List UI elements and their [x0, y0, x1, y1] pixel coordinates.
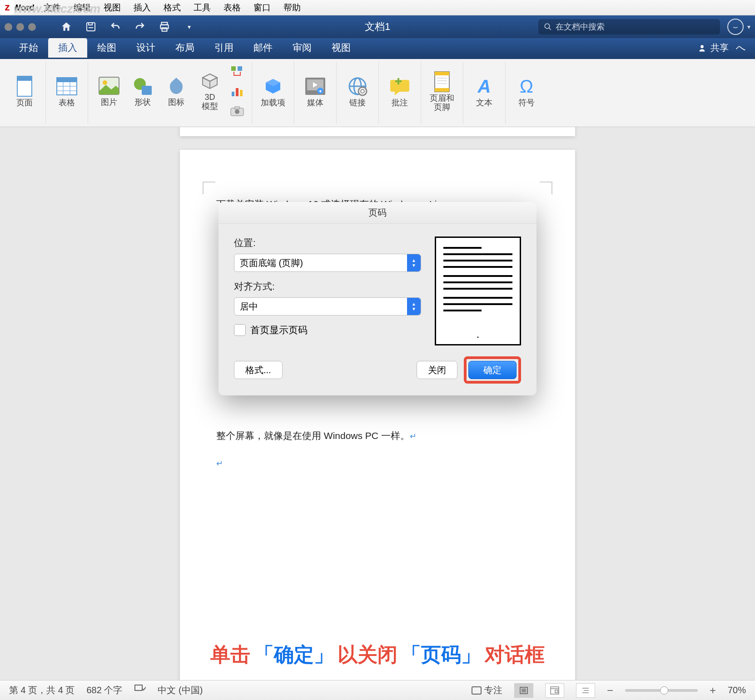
checkbox-icon [234, 324, 246, 336]
more-icon[interactable]: ▾ [182, 20, 196, 34]
svg-rect-21 [236, 88, 238, 96]
tab-review[interactable]: 审阅 [283, 38, 322, 58]
menu-edit[interactable]: 编辑 [74, 2, 91, 14]
mac-menubar: Word 文件 编辑 视图 插入 格式 工具 表格 窗口 帮助 [0, 0, 755, 15]
crop-mark-icon [540, 182, 552, 194]
chevron-down-icon[interactable]: ▾ [747, 23, 750, 30]
page-number-dialog: 页码 位置: 页面底端 (页脚) ▲▼ 对齐方式: 居中 ▲▼ 首页显示页码 ▪ [219, 202, 536, 395]
zoom-in-button[interactable]: + [710, 684, 716, 697]
spellcheck-icon[interactable] [134, 684, 146, 696]
align-select[interactable]: 居中 ▲▼ [234, 297, 421, 315]
position-select[interactable]: 页面底端 (页脚) ▲▼ [234, 254, 421, 272]
ribbon-tabs: 开始 插入 绘图 设计 布局 引用 邮件 审阅 视图 共享 へ [0, 38, 755, 59]
svg-rect-44 [135, 685, 142, 690]
zoom-slider[interactable] [625, 689, 698, 692]
svg-rect-52 [555, 690, 558, 693]
ribbon-table[interactable]: 表格 [52, 75, 81, 108]
svg-text:Ω: Ω [520, 76, 533, 96]
ribbon-icons[interactable]: 图标 [162, 75, 191, 108]
svg-rect-9 [57, 78, 77, 82]
search-input[interactable]: 在文档中搜索 [538, 19, 720, 35]
undo-icon[interactable] [109, 20, 122, 34]
menu-tools[interactable]: 工具 [194, 2, 211, 14]
svg-rect-17 [142, 86, 152, 95]
ribbon-header-footer[interactable]: 页眉和 页脚 [427, 75, 457, 108]
print-icon[interactable] [158, 20, 171, 34]
page-indicator[interactable]: 第 4 页，共 4 页 [9, 684, 75, 696]
close-button[interactable]: 关闭 [417, 361, 457, 379]
svg-point-32 [358, 87, 367, 95]
tab-home[interactable]: 开始 [9, 38, 48, 58]
tab-layout[interactable]: 布局 [165, 38, 204, 58]
search-placeholder: 在文档中搜索 [556, 21, 605, 32]
ribbon-media[interactable]: 媒体 [301, 75, 330, 108]
menu-table[interactable]: 表格 [224, 2, 241, 14]
ribbon-page[interactable]: 页面 [10, 75, 39, 108]
svg-rect-20 [232, 92, 234, 96]
ribbon-screenshot-icon[interactable] [229, 103, 245, 119]
svg-text:A: A [477, 76, 491, 96]
ribbon-shapes[interactable]: 形状 [128, 75, 157, 108]
menu-help[interactable]: 帮助 [283, 2, 301, 14]
highlight-box: 确定 [464, 356, 521, 384]
svg-point-15 [103, 80, 107, 85]
menu-window[interactable]: 窗口 [253, 2, 271, 14]
ribbon-symbol[interactable]: Ω符号 [512, 75, 541, 108]
select-arrow-icon: ▲▼ [407, 298, 421, 315]
share-button[interactable]: 共享 [699, 42, 729, 58]
language-indicator[interactable]: 中文 (中国) [158, 684, 203, 696]
collapse-ribbon-icon[interactable]: へ [736, 41, 746, 58]
ribbon-chart-icon[interactable] [229, 83, 245, 99]
ribbon-comment[interactable]: 批注 [385, 75, 414, 108]
view-web-button[interactable] [545, 683, 564, 698]
first-page-checkbox[interactable]: 首页显示页码 [234, 324, 421, 336]
ribbon-smartart-icon[interactable] [229, 63, 245, 79]
ribbon-text[interactable]: A文本 [470, 75, 499, 108]
focus-mode-button[interactable]: 专注 [472, 684, 502, 696]
zoom-level[interactable]: 70% [728, 685, 746, 695]
ribbon-link[interactable]: 链接 [343, 75, 372, 108]
svg-rect-35 [395, 80, 402, 82]
tab-mail[interactable]: 邮件 [243, 38, 283, 58]
tab-design[interactable]: 设计 [126, 38, 165, 58]
menu-file[interactable]: 文件 [44, 2, 61, 14]
menu-format[interactable]: 格式 [164, 2, 181, 14]
document-title: 文档1 [365, 20, 390, 34]
return-mark-icon: ↵ [216, 458, 539, 468]
menu-view[interactable]: 视图 [104, 2, 121, 14]
page-prev [180, 127, 575, 136]
site-logo-icon: z [0, 0, 15, 15]
word-count[interactable]: 682 个字 [86, 684, 122, 696]
format-button[interactable]: 格式... [234, 361, 283, 379]
ribbon-picture[interactable]: 图片 [94, 75, 124, 108]
svg-rect-0 [87, 23, 95, 31]
view-print-button[interactable] [514, 683, 533, 698]
position-label: 位置: [234, 237, 421, 249]
select-arrow-icon: ▲▼ [407, 254, 421, 271]
save-icon[interactable] [84, 20, 98, 34]
tab-view[interactable]: 视图 [322, 38, 361, 58]
svg-rect-25 [235, 107, 239, 109]
redo-icon[interactable] [133, 20, 147, 34]
ribbon-3dmodel[interactable]: 3D 模型 [195, 75, 224, 108]
home-icon[interactable] [60, 20, 73, 34]
svg-point-5 [700, 45, 704, 48]
menu-insert[interactable]: 插入 [134, 2, 151, 14]
ribbon-addons[interactable]: 加载项 [258, 75, 288, 108]
svg-rect-7 [17, 76, 32, 81]
page-preview: ▪ [435, 237, 521, 345]
ribbon: 页面 表格 图片 形状 图标 3D 模型 加载项 媒体 链接 批注 页眉和 页脚… [0, 59, 755, 127]
view-outline-button[interactable] [576, 683, 595, 698]
svg-rect-37 [435, 72, 449, 75]
window-controls[interactable] [5, 23, 36, 31]
body-text: 整个屏幕，就像是在使用 Windows PC 一样。↵ [216, 427, 539, 445]
zoom-out-button[interactable]: − [607, 684, 613, 697]
svg-rect-38 [435, 88, 449, 92]
tab-references[interactable]: 引用 [204, 38, 243, 58]
app-name[interactable]: Word [13, 3, 35, 13]
feedback-icon[interactable]: ⌣ [727, 19, 744, 35]
return-mark-icon: ↵ [410, 432, 417, 441]
ok-button[interactable]: 确定 [468, 361, 517, 379]
tab-draw[interactable]: 绘图 [87, 38, 126, 58]
tab-insert[interactable]: 插入 [48, 38, 87, 58]
